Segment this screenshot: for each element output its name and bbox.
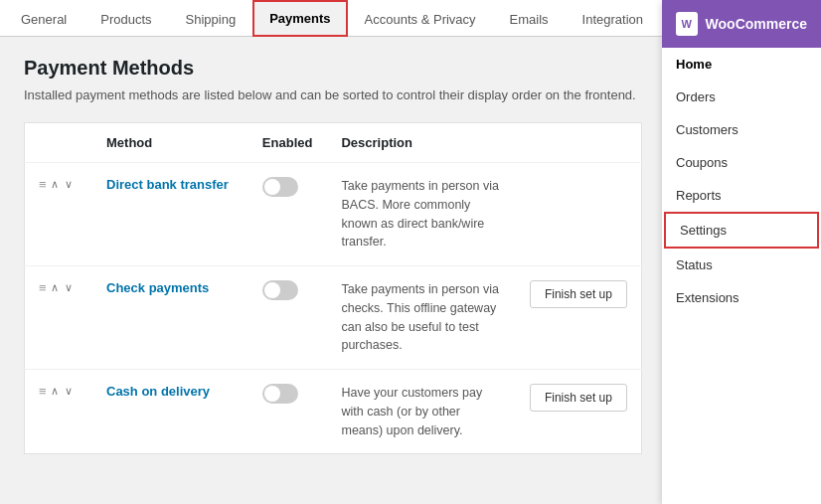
toggle-knob <box>264 386 280 402</box>
woo-menu-item-settings[interactable]: Settings <box>664 212 819 249</box>
woo-menu: Home Orders Customers Coupons Reports Se… <box>662 48 821 314</box>
enabled-cell <box>248 370 328 454</box>
method-cell: Direct bank transfer <box>92 163 248 266</box>
method-name-cash-delivery[interactable]: Cash on delivery <box>106 384 210 399</box>
arrow-up-button[interactable]: ∧ <box>49 177 61 192</box>
finish-setup-button-cash[interactable]: Finish set up <box>530 384 627 412</box>
table-header-row: Method Enabled Description <box>25 123 642 163</box>
woo-header: W WooCommerce <box>662 0 821 48</box>
col-header-description: Description <box>327 123 515 163</box>
page-wrapper: General Products Shipping Payments Accou… <box>0 0 821 504</box>
woo-logo: W <box>676 12 698 36</box>
sort-arrows: ∧ ∨ <box>49 280 75 295</box>
woo-panel: W WooCommerce Home Orders Customers Coup… <box>662 0 821 504</box>
page-title: Payment Methods <box>24 57 642 80</box>
sort-arrows: ∧ ∨ <box>49 177 75 192</box>
sort-cell: ≡ ∧ ∨ <box>25 163 93 266</box>
tab-emails[interactable]: Emails <box>493 1 566 37</box>
description-cell: Take payments in person via checks. This… <box>327 266 515 370</box>
tab-general[interactable]: General <box>4 1 83 37</box>
woo-panel-title: WooCommerce <box>706 16 807 32</box>
tab-products[interactable]: Products <box>83 1 168 37</box>
enabled-cell <box>248 266 328 370</box>
toggle-check-payments[interactable] <box>262 280 298 300</box>
drag-icon: ≡ <box>39 177 47 192</box>
arrow-down-button[interactable]: ∨ <box>63 280 75 295</box>
table-row: ≡ ∧ ∨ Direct bank transfer <box>25 163 642 266</box>
tab-payments[interactable]: Payments <box>252 0 347 37</box>
woo-menu-item-extensions[interactable]: Extensions <box>662 281 821 314</box>
finish-setup-button-check[interactable]: Finish set up <box>530 280 627 308</box>
woo-menu-item-customers[interactable]: Customers <box>662 113 821 146</box>
description-cell: Take payments in person via BACS. More c… <box>327 163 515 266</box>
method-name-check-payments[interactable]: Check payments <box>106 280 209 295</box>
sort-cell: ≡ ∧ ∨ <box>25 266 93 370</box>
tab-integration[interactable]: Integration <box>566 1 660 37</box>
main-content: Payment Methods Installed payment method… <box>0 37 666 474</box>
drag-icon: ≡ <box>39 384 47 399</box>
toggle-knob <box>264 179 280 195</box>
method-cell: Check payments <box>92 266 248 370</box>
col-header-action <box>516 123 642 163</box>
description-cell: Have your customers pay with cash (or by… <box>327 370 515 454</box>
sort-handle[interactable]: ≡ ∧ ∨ <box>39 384 79 399</box>
page-description: Installed payment methods are listed bel… <box>24 87 642 102</box>
col-header-method: Method <box>92 123 248 163</box>
arrow-up-button[interactable]: ∧ <box>49 280 61 295</box>
toggle-cash-delivery[interactable] <box>262 384 298 404</box>
woo-menu-item-status[interactable]: Status <box>662 249 821 281</box>
description-text: Take payments in person via checks. This… <box>341 282 498 352</box>
action-cell: Finish set up <box>516 266 642 370</box>
col-header-enabled: Enabled <box>248 123 328 163</box>
action-cell <box>516 163 642 266</box>
tab-accounts[interactable]: Accounts & Privacy <box>348 1 493 37</box>
description-text: Have your customers pay with cash (or by… <box>341 386 482 437</box>
sort-handle[interactable]: ≡ ∧ ∨ <box>39 177 79 192</box>
description-text: Take payments in person via BACS. More c… <box>341 179 498 249</box>
woo-menu-item-home[interactable]: Home <box>662 48 821 81</box>
table-row: ≡ ∧ ∨ Cash on delivery <box>25 370 642 454</box>
sort-handle[interactable]: ≡ ∧ ∨ <box>39 280 79 295</box>
method-name-direct-bank[interactable]: Direct bank transfer <box>106 177 229 192</box>
method-cell: Cash on delivery <box>92 370 248 454</box>
drag-icon: ≡ <box>39 280 47 295</box>
table-row: ≡ ∧ ∨ Check payments <box>25 266 642 370</box>
toggle-direct-bank[interactable] <box>262 177 298 197</box>
arrow-down-button[interactable]: ∨ <box>63 177 75 192</box>
payment-methods-table: Method Enabled Description ≡ ∧ ∨ <box>24 122 642 454</box>
woo-menu-item-reports[interactable]: Reports <box>662 179 821 212</box>
col-header-sort <box>25 123 93 163</box>
sort-arrows: ∧ ∨ <box>49 384 75 399</box>
arrow-down-button[interactable]: ∨ <box>63 384 75 399</box>
tab-shipping[interactable]: Shipping <box>169 1 253 37</box>
sort-cell: ≡ ∧ ∨ <box>25 370 93 454</box>
woo-menu-item-coupons[interactable]: Coupons <box>662 146 821 179</box>
toggle-knob <box>264 282 280 298</box>
woo-menu-item-orders[interactable]: Orders <box>662 81 821 113</box>
arrow-up-button[interactable]: ∧ <box>49 384 61 399</box>
enabled-cell <box>248 163 328 266</box>
action-cell: Finish set up <box>516 370 642 454</box>
